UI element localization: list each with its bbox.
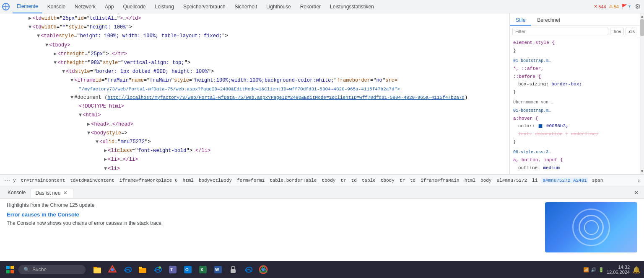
tab-elemente[interactable]: Elemente	[13, 0, 42, 13]
elements-panel: ▶ <td width="25px" id="tdlistAl…" > … </…	[0, 13, 510, 174]
html-line[interactable]: ▶ <li class="font-weight-bold"> … </li>	[0, 147, 509, 155]
tab-rekorder[interactable]: Rekorder	[296, 0, 325, 13]
breadcrumb-item-body[interactable]: body#ctlBody	[197, 178, 233, 183]
tab-leistung[interactable]: Leistung	[151, 0, 178, 13]
html-line[interactable]: ▼ <body style=>	[0, 129, 509, 138]
html-line[interactable]: "/myfactory73/web/Portal-wfData-75/web.a…	[0, 85, 509, 94]
chrome-update-label: Highlights from the Chrome 125 update	[7, 202, 538, 208]
breadcrumb-item-td[interactable]: td#tdMainContent	[69, 178, 116, 183]
html-line[interactable]: ▶ <head> … </head>	[0, 120, 509, 129]
html-line[interactable]: ▼ <table style="height: 100%; width: 100…	[0, 32, 509, 41]
html-line[interactable]: ▼ <html>	[0, 111, 509, 120]
breadcrumb-item-li[interactable]: li	[531, 178, 539, 183]
collapse-arrow[interactable]: ▼	[96, 138, 99, 146]
styles-scrollbar[interactable]: ▲ ▼	[640, 13, 644, 174]
html-line[interactable]: <!DOCTYPE html>	[0, 102, 509, 111]
styles-filter-input[interactable]	[512, 28, 608, 35]
css-source-link-3[interactable]: 08-style.css:3…	[513, 150, 551, 154]
html-line[interactable]: ▼ <tbody>	[0, 41, 509, 50]
collapse-arrow[interactable]: ▼	[104, 165, 107, 173]
devtools-logo	[2, 3, 10, 11]
breadcrumb-item[interactable]: y	[12, 178, 17, 183]
breadcrumb-item-tr3[interactable]: tr	[398, 178, 406, 183]
collapse-arrow[interactable]: ▶	[54, 50, 57, 58]
html-line[interactable]: ▼ <tr height="98%" style="vertical-align…	[0, 59, 509, 67]
breadcrumb-item-span[interactable]: span	[591, 178, 604, 183]
error-count-yellow: ⚠ 54	[609, 4, 619, 9]
css-source-link-2[interactable]: 01-bootstrap.m…	[513, 108, 551, 113]
breadcrumb-item-table2[interactable]: table	[361, 178, 377, 183]
tab-whats-new[interactable]: Das ist neu ✕	[31, 188, 73, 198]
html-line[interactable]: ▼ #document (http://localhost/myfactory7…	[0, 93, 509, 102]
scroll-thumb[interactable]	[640, 19, 644, 36]
breadcrumb-item-body2[interactable]: body	[479, 178, 493, 183]
bottom-right	[545, 202, 637, 252]
collapse-arrow[interactable]: ▼	[37, 32, 40, 40]
html-line[interactable]: ▼ <td style="border: 1px dotted #DDD; he…	[0, 67, 509, 76]
html-line[interactable]: ▼ <iframe id="fraMain" name="fraMain" st…	[0, 76, 509, 85]
tab-leistungsstatistiken[interactable]: Leistungsstatistiken	[326, 0, 378, 13]
breadcrumb-item-tr[interactable]: tr#trMainContent	[20, 178, 67, 183]
collapse-arrow[interactable]: ▼	[87, 129, 90, 137]
css-rule-bootstrap-2: 01-bootstrap.m… a:hover { color: #0056b3…	[513, 107, 636, 146]
tab-berechnet[interactable]: Berechnet	[531, 15, 566, 26]
error-causes-title: Error causes in the Console	[7, 211, 538, 218]
elements-content[interactable]: ▶ <td width="25px" id="tdlistAl…" > … </…	[0, 13, 509, 174]
html-line[interactable]: ▶ <td width="25px" id="tdlistAl…" > … </…	[0, 14, 509, 23]
tab-stile[interactable]: Stile	[510, 15, 531, 26]
error-causes-text: The Console now shows you chains of erro…	[7, 220, 538, 226]
breadcrumb-item-td2[interactable]: td	[350, 178, 358, 183]
collapse-arrow[interactable]: ▼	[29, 23, 31, 31]
close-whats-new-tab[interactable]: ✕	[62, 190, 69, 196]
html-line[interactable]: ▼ <td width="*" style="height: 100%">	[0, 23, 509, 32]
breadcrumb-item-td3[interactable]: td	[409, 178, 417, 183]
breadcrumb-item-iframe[interactable]: iframe#fraWorkplace_6	[118, 178, 179, 183]
breadcrumb-item-html2[interactable]: html	[463, 178, 477, 183]
collapse-arrow[interactable]: ▶	[29, 15, 31, 23]
breadcrumb-item-form[interactable]: form#form1	[236, 178, 266, 183]
breadcrumb-item-tbody2[interactable]: tbody	[379, 178, 396, 183]
tab-quellcode[interactable]: Quellcode	[119, 0, 150, 13]
tab-konsole[interactable]: Konsole	[43, 0, 70, 13]
error-count-red: ✕ 544	[594, 4, 606, 9]
hov-button[interactable]: :hov	[610, 28, 624, 35]
breadcrumb-right-expand[interactable]: ›	[637, 177, 641, 184]
collapse-arrow[interactable]: ▼	[54, 59, 57, 67]
html-line[interactable]: ▶ <li> … </li>	[0, 155, 509, 164]
tab-konsole-bottom[interactable]: Konsole	[3, 188, 30, 197]
breadcrumb-item-ul[interactable]: ul#mnu75272	[495, 178, 528, 183]
html-line[interactable]: ▼ <li>	[0, 165, 509, 173]
collapse-arrow[interactable]: ▼	[70, 77, 73, 85]
tab-netzwerk[interactable]: Netzwerk	[70, 0, 100, 13]
scroll-down-arrow[interactable]: ▼	[640, 168, 644, 174]
html-line[interactable]: ▼ <ul id="mnu75272">	[0, 138, 509, 147]
breadcrumb-item-table[interactable]: table.borderTable	[268, 178, 318, 183]
tab-speicher[interactable]: Speicherverbrauch	[179, 0, 230, 13]
cls-button[interactable]: .cls	[626, 28, 638, 35]
tab-sicherheit[interactable]: Sicherheit	[231, 0, 261, 13]
breadcrumb-item-tr2[interactable]: tr	[339, 178, 347, 183]
tab-app[interactable]: App	[101, 0, 118, 13]
settings-button[interactable]: ⚙	[633, 2, 642, 11]
collapse-arrow[interactable]: ▶	[104, 147, 107, 155]
tab-lighthouse[interactable]: Lighthouse	[262, 0, 295, 13]
breadcrumb-expand-button[interactable]: ⋯	[3, 177, 11, 184]
collapse-arrow[interactable]: ▶	[104, 156, 107, 164]
preview-image	[545, 202, 637, 252]
scroll-up-arrow[interactable]: ▲	[640, 13, 644, 19]
collapse-arrow[interactable]: ▼	[70, 94, 73, 102]
breadcrumb-item-html[interactable]: html	[181, 178, 195, 183]
collapse-arrow[interactable]: ▼	[62, 68, 65, 76]
styles-panel: Stile Berechnet :hov .cls element.style …	[510, 13, 640, 174]
collapse-arrow[interactable]: ▼	[79, 111, 82, 119]
breadcrumb-item-iframe2[interactable]: iframe#fraMain	[419, 178, 460, 183]
html-line[interactable]: ▶ <tr height="25px"> … </tr>	[0, 50, 509, 59]
breadcrumb-item-tbody[interactable]: tbody	[320, 178, 337, 183]
breadcrumb-bar: ⋯ y tr#trMainContent td#tdMainContent if…	[0, 174, 644, 186]
bottom-main: Highlights from the Chrome 125 update Er…	[7, 202, 637, 252]
collapse-arrow[interactable]: ▶	[87, 121, 90, 129]
breadcrumb-item-a[interactable]: a#mnu75272_A2481	[541, 178, 588, 183]
close-devtools-button[interactable]: ✕	[632, 188, 641, 197]
css-source-link[interactable]: 01-bootstrap.m…	[513, 59, 551, 63]
collapse-arrow[interactable]: ▼	[45, 41, 48, 49]
